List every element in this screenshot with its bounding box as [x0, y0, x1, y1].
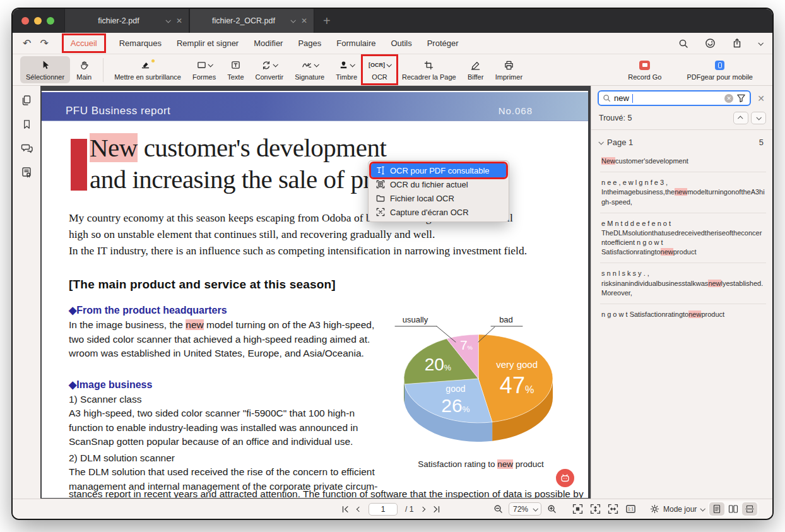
search-result[interactable]: s n n l s k s y . , risksinanindividualb… — [600, 263, 766, 304]
next-page-icon[interactable] — [420, 506, 425, 511]
title-bar: fichier-2.pdf ✕ fichier-2_OCR.pdf ✕ + — [13, 9, 772, 33]
mode-label: Mode jour — [663, 505, 697, 514]
cursor-icon — [40, 60, 50, 70]
zoom-level-select[interactable]: 72% — [509, 502, 541, 516]
close-panel-icon[interactable]: ✕ — [756, 93, 766, 103]
support-icon[interactable] — [705, 38, 716, 49]
collapse-toolbar-icon[interactable] — [758, 40, 763, 45]
undo-icon[interactable]: ↶ — [23, 37, 31, 49]
search-icon[interactable] — [678, 38, 688, 49]
print-tool[interactable]: Imprimer — [490, 56, 528, 83]
crop-icon — [424, 61, 434, 70]
app-window: fichier-2.pdf ✕ fichier-2_OCR.pdf ✕ + ↶ … — [13, 9, 772, 519]
first-page-icon[interactable] — [341, 505, 350, 514]
stamp-tool[interactable]: Timbre — [330, 56, 363, 83]
menu-pages[interactable]: Pages — [298, 38, 321, 48]
two-page-view-icon[interactable] — [726, 502, 741, 516]
tab-close-icon[interactable]: ✕ — [301, 17, 307, 25]
search-result[interactable]: Newcustomer'sdevelopment — [600, 151, 766, 172]
redo-icon[interactable]: ↷ — [40, 37, 48, 49]
record-go-button[interactable]: Record Go — [622, 56, 667, 83]
last-page-icon[interactable] — [432, 505, 441, 514]
status-bar: / 1 72% 1:1 Mode jour — [13, 499, 772, 519]
document-canvas[interactable]: PFU Business report No.068 New customer'… — [40, 86, 591, 499]
pdfgear-mobile-button[interactable]: PDFgear pour mobile — [681, 56, 758, 83]
paragraph-scanner-class: A3 high-speed, two sided color scanner "… — [69, 406, 358, 449]
share-icon[interactable] — [732, 38, 742, 49]
menu-item-ocr-current-file[interactable]: OCR du fichier actuel — [371, 177, 506, 191]
clear-search-icon[interactable]: ✕ — [724, 94, 733, 103]
fit-page-icon[interactable] — [572, 503, 584, 515]
convert-tool[interactable]: Convertir — [250, 56, 290, 83]
shapes-tool[interactable]: Formes — [187, 56, 221, 83]
menu-formulaire[interactable]: Formulaire — [336, 38, 375, 48]
hand-tool[interactable]: Main — [70, 56, 98, 83]
page-number-input[interactable] — [369, 503, 398, 516]
tab-chevron-icon[interactable] — [290, 18, 295, 23]
select-tool[interactable]: Sélectionner — [20, 56, 70, 83]
hand-icon — [80, 60, 89, 70]
title-red-bar — [71, 139, 87, 191]
signature-icon — [302, 61, 312, 69]
actual-size-icon[interactable]: 1:1 — [625, 503, 637, 515]
text-caret — [632, 94, 634, 103]
menu-proteger[interactable]: Protéger — [427, 38, 459, 48]
tab-fichier-2-ocr[interactable]: fichier-2_OCR.pdf ✕ — [189, 9, 314, 33]
menu-item-ocr-local-file[interactable]: Fichier local OCR — [371, 191, 506, 205]
tab-close-icon[interactable]: ✕ — [176, 17, 182, 25]
zoom-out-icon[interactable] — [493, 504, 503, 514]
close-window-button[interactable] — [21, 17, 29, 25]
ocr-brackets-icon: [OCR] — [369, 62, 385, 68]
previous-result-button[interactable] — [733, 112, 748, 124]
page-header-band: PFU Business report No.068 — [42, 92, 588, 124]
signature-tool[interactable]: Signature — [289, 56, 330, 83]
menu-bar: ↶ ↷ Accueil Remarques Remplir et signer … — [13, 33, 772, 54]
traffic-lights — [13, 9, 64, 33]
bookmark-icon[interactable] — [21, 119, 32, 130]
zoom-window-button[interactable] — [47, 17, 54, 25]
text-tool[interactable]: Texte — [221, 56, 249, 83]
subheading-image-business: ◆Image business — [69, 379, 152, 391]
document-scan-icon — [376, 180, 385, 189]
day-mode-select[interactable]: Mode jour — [650, 499, 704, 519]
ocr-tool[interactable]: [OCR] OCR — [363, 56, 396, 83]
zoom-in-icon[interactable] — [547, 504, 557, 514]
document-seal-icon[interactable] — [21, 167, 32, 178]
single-page-view-icon[interactable] — [709, 502, 724, 516]
tab-chevron-icon[interactable] — [165, 18, 170, 23]
search-result[interactable]: n e e , e w l g n f e 3 , Intheimagebusi… — [600, 172, 766, 213]
robot-face-icon — [560, 473, 570, 483]
menu-remarques[interactable]: Remarques — [119, 38, 162, 48]
new-tab-button[interactable]: + — [314, 9, 339, 33]
menu-item-ocr-screenshot[interactable]: Capture d'écran OCR — [371, 205, 506, 219]
menu-modifier[interactable]: Modifier — [254, 38, 283, 48]
search-result[interactable]: n g o w t Satisfactionratingtonewproduct — [600, 304, 766, 325]
list-item-dlm: 2) DLM solution scanner — [69, 451, 175, 466]
section-heading: [The main product and service at this se… — [69, 278, 336, 292]
prev-page-icon[interactable] — [357, 506, 362, 511]
highlight-tool[interactable]: Mettre en surbrillance — [109, 56, 187, 83]
toolbar: Sélectionner Main Mettre en surbrillance… — [13, 54, 772, 86]
next-result-button[interactable] — [751, 112, 766, 124]
comments-icon[interactable] — [21, 143, 33, 154]
page-group-header[interactable]: Page 1 5 — [591, 130, 772, 151]
tab-fichier-2[interactable]: fichier-2.pdf ✕ — [64, 9, 189, 33]
filter-icon[interactable] — [736, 93, 746, 103]
crop-page-tool[interactable]: Recadrer la Page — [396, 56, 462, 83]
menu-remplir-et-signer[interactable]: Remplir et signer — [177, 38, 239, 48]
search-result[interactable]: e M n t d d e e f e n o t TheDLMsolution… — [600, 213, 766, 264]
menu-outils[interactable]: Outils — [391, 38, 411, 48]
redact-tool[interactable]: Biffer — [462, 56, 490, 83]
fit-height-icon[interactable] — [589, 503, 601, 515]
menu-accueil[interactable]: Accueil — [64, 35, 104, 51]
menu-item-ocr-searchable-pdf[interactable]: OCR pour PDF consultable — [371, 163, 506, 177]
search-panel: new ✕ ✕ Trouvé: 5 Page 1 5 N — [591, 86, 772, 499]
convert-arrows-icon — [261, 61, 271, 70]
assistant-mascot-button[interactable] — [556, 469, 574, 487]
thumbnails-icon[interactable] — [21, 95, 32, 106]
continuous-scroll-view-icon[interactable] — [742, 502, 757, 516]
text-box-icon — [231, 61, 240, 69]
fit-width-icon[interactable] — [607, 503, 619, 515]
search-input[interactable]: new ✕ — [598, 90, 751, 106]
minimize-window-button[interactable] — [34, 17, 42, 25]
